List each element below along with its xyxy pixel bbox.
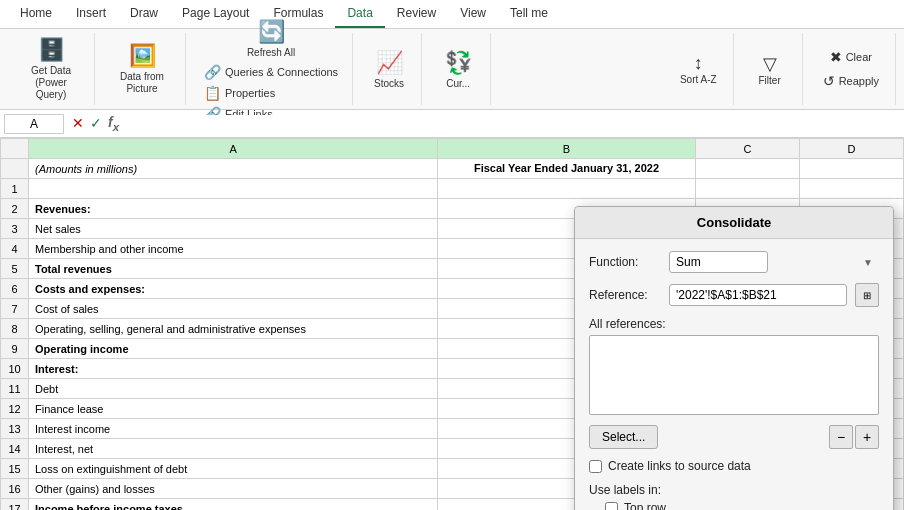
tab-data[interactable]: Data [335, 0, 384, 28]
cell-a[interactable]: (Amounts in millions) [29, 159, 438, 179]
row-header: 4 [1, 239, 29, 259]
row-header: 9 [1, 339, 29, 359]
row-header: 1 [1, 179, 29, 199]
row-header: 10 [1, 359, 29, 379]
corner-header [1, 139, 29, 159]
tab-draw[interactable]: Draw [118, 0, 170, 28]
table-row: (Amounts in millions)Fiscal Year Ended J… [1, 159, 904, 179]
cell-a[interactable]: Income before income taxes [29, 499, 438, 511]
col-header-d[interactable]: D [799, 139, 903, 159]
currencies-button[interactable]: 💱 Cur... [434, 46, 482, 93]
col-header-b[interactable]: B [438, 139, 696, 159]
stocks-icon: 📈 [376, 50, 403, 76]
cell-a[interactable]: Interest: [29, 359, 438, 379]
function-icon[interactable]: fx [108, 114, 119, 133]
currencies-icon: 💱 [445, 50, 472, 76]
top-row-row: Top row [589, 501, 879, 510]
pm-buttons: − + [829, 425, 879, 449]
properties-button[interactable]: 📋 Properties [198, 83, 344, 103]
row-header: 8 [1, 319, 29, 339]
cell-a[interactable]: Interest income [29, 419, 438, 439]
reference-input[interactable] [669, 284, 847, 306]
cell-d[interactable] [799, 179, 903, 199]
filter-button[interactable]: ▽ Filter [746, 49, 794, 90]
dialog-body: Function: SumCountAverageMaxMinProductCo… [575, 239, 893, 510]
refresh-all-button[interactable]: 🔄 Refresh All [239, 15, 303, 62]
reapply-button[interactable]: ↺ Reapply [815, 69, 887, 93]
function-select[interactable]: SumCountAverageMaxMinProductCount Number… [669, 251, 768, 273]
create-links-label: Create links to source data [608, 459, 751, 473]
tab-review[interactable]: Review [385, 0, 448, 28]
tab-tell-me[interactable]: Tell me [498, 0, 560, 28]
cell-c[interactable] [695, 179, 799, 199]
cell-a[interactable]: Operating income [29, 339, 438, 359]
cell-b[interactable]: Fiscal Year Ended January 31, 2022 [438, 159, 696, 179]
row-header: 3 [1, 219, 29, 239]
ribbon-group-clear: ✖ Clear ↺ Reapply [807, 33, 896, 105]
cell-c[interactable] [695, 159, 799, 179]
table-row: 1 [1, 179, 904, 199]
sort-az-icon: ↕️ [694, 53, 703, 74]
row-header: 15 [1, 459, 29, 479]
ribbon-tabs: Home Insert Draw Page Layout Formulas Da… [0, 0, 904, 29]
tab-view[interactable]: View [448, 0, 498, 28]
cell-a[interactable]: Revenues: [29, 199, 438, 219]
stocks-button[interactable]: 📈 Stocks [365, 46, 413, 93]
formula-bar: ✕ ✓ fx [0, 110, 904, 138]
col-header-a[interactable]: A [29, 139, 438, 159]
use-labels-label: Use labels in: [589, 483, 879, 497]
cell-a[interactable]: Other (gains) and losses [29, 479, 438, 499]
row-header: 13 [1, 419, 29, 439]
cell-a[interactable]: Debt [29, 379, 438, 399]
cell-d[interactable] [799, 159, 903, 179]
cell-a[interactable]: Cost of sales [29, 299, 438, 319]
get-data-button[interactable]: 🗄️ Get Data (Power Query) [16, 33, 86, 105]
queries-connections-button[interactable]: 🔗 Queries & Connections [198, 62, 344, 82]
ribbon-group-data-picture: 🖼️ Data from Picture [99, 33, 186, 105]
row-header: 11 [1, 379, 29, 399]
dialog-title: Consolidate [575, 207, 893, 239]
cell-a[interactable]: Interest, net [29, 439, 438, 459]
main-area: A B C D (Amounts in millions)Fiscal Year… [0, 138, 904, 510]
col-header-c[interactable]: C [695, 139, 799, 159]
sort-az-button[interactable]: ↕️ Sort A-Z [672, 49, 725, 89]
reapply-icon: ↺ [823, 73, 835, 89]
tab-insert[interactable]: Insert [64, 0, 118, 28]
select-button[interactable]: Select... [589, 425, 658, 449]
cell-a[interactable]: Total revenues [29, 259, 438, 279]
cell-a[interactable]: Costs and expenses: [29, 279, 438, 299]
tab-home[interactable]: Home [8, 0, 64, 28]
select-row: Select... − + [589, 425, 879, 449]
cancel-icon[interactable]: ✕ [72, 115, 84, 131]
data-from-picture-button[interactable]: 🖼️ Data from Picture [107, 39, 177, 99]
cell-a[interactable] [29, 179, 438, 199]
reference-label: Reference: [589, 288, 661, 302]
clear-icon: ✖ [830, 49, 842, 65]
formula-input[interactable] [127, 115, 900, 133]
select-arrow-icon: ▼ [863, 257, 873, 268]
cell-a[interactable]: Membership and other income [29, 239, 438, 259]
cell-b[interactable] [438, 179, 696, 199]
top-row-checkbox[interactable] [605, 502, 618, 511]
create-links-row: Create links to source data [589, 459, 879, 473]
row-header: 12 [1, 399, 29, 419]
function-row: Function: SumCountAverageMaxMinProductCo… [589, 251, 879, 273]
ribbon-group-get-data: 🗄️ Get Data (Power Query) [8, 33, 95, 105]
cell-a[interactable]: Finance lease [29, 399, 438, 419]
cell-a[interactable]: Loss on extinguishment of debt [29, 459, 438, 479]
clear-button[interactable]: ✖ Clear [822, 45, 880, 69]
data-from-picture-icon: 🖼️ [129, 43, 156, 69]
reference-collapse-button[interactable]: ⊞ [855, 283, 879, 307]
cell-a[interactable]: Operating, selling, general and administ… [29, 319, 438, 339]
all-references-box[interactable] [589, 335, 879, 415]
name-box[interactable] [4, 114, 64, 134]
minus-button[interactable]: − [829, 425, 853, 449]
create-links-checkbox[interactable] [589, 460, 602, 473]
row-header: 5 [1, 259, 29, 279]
plus-button[interactable]: + [855, 425, 879, 449]
row-header: 6 [1, 279, 29, 299]
cell-a[interactable]: Net sales [29, 219, 438, 239]
ribbon-content: 🗄️ Get Data (Power Query) 🖼️ Data from P… [0, 29, 904, 109]
confirm-icon[interactable]: ✓ [90, 115, 102, 131]
ribbon-group-filter: ▽ Filter [738, 33, 803, 105]
